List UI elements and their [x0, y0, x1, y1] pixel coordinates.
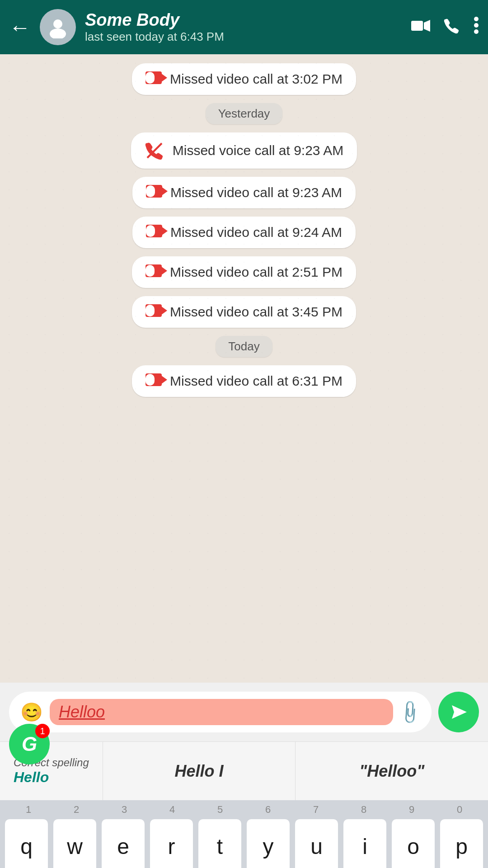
grammarly-logo: G	[22, 733, 37, 755]
call-text: Missed video call at 2:51 PM	[170, 264, 343, 280]
emoji-button[interactable]: 😊	[20, 702, 43, 723]
list-item: Missed video call at 2:51 PM	[132, 256, 356, 288]
list-item: Missed video call at 3:02 PM	[132, 63, 356, 95]
back-button[interactable]: ←	[9, 15, 31, 40]
num-0: 0	[437, 804, 482, 816]
message-input-area: 😊 Helloo 📎	[0, 683, 488, 741]
chat-header: ← Some Body last seen today at 6:43 PM	[0, 0, 488, 54]
call-text: Missed video call at 9:23 AM	[170, 185, 342, 200]
missed-video-icon	[145, 264, 162, 280]
key-q[interactable]: q	[5, 819, 48, 868]
missed-video-icon	[145, 71, 162, 87]
key-e[interactable]: e	[102, 819, 145, 868]
keyboard: 1 2 3 4 5 6 7 8 9 0 q w e r t y u i o p …	[0, 800, 488, 868]
num-9: 9	[389, 804, 434, 816]
svg-point-1	[50, 28, 66, 38]
list-item: Missed video call at 9:23 AM	[132, 177, 356, 208]
call-text: Missed voice call at 9:23 AM	[173, 143, 344, 158]
voice-call-button[interactable]	[444, 17, 460, 38]
key-w[interactable]: w	[53, 819, 96, 868]
send-button[interactable]	[438, 692, 479, 732]
video-call-button[interactable]	[411, 18, 430, 37]
key-t[interactable]: t	[198, 819, 241, 868]
grammarly-count: 1	[35, 724, 50, 738]
list-item: Missed video call at 3:45 PM	[132, 296, 356, 328]
suggestion-helloo-quoted[interactable]: "Helloo"	[296, 742, 488, 800]
call-text: Missed video call at 3:45 PM	[170, 304, 343, 320]
correct-spelling-value: Hello	[14, 769, 89, 786]
num-6: 6	[245, 804, 291, 816]
num-4: 4	[150, 804, 195, 816]
suggestion-hello-i[interactable]: Hello I	[103, 742, 296, 800]
num-5: 5	[197, 804, 243, 816]
key-u[interactable]: u	[295, 819, 338, 868]
svg-point-4	[474, 17, 479, 21]
key-r[interactable]: r	[150, 819, 193, 868]
missed-voice-icon	[145, 141, 164, 160]
key-row-1: q w e r t y u i o p	[0, 817, 488, 868]
message-input[interactable]: Helloo	[50, 699, 393, 725]
list-item: Missed video call at 9:24 AM	[132, 217, 356, 248]
date-divider: Yesterday	[206, 103, 283, 124]
contact-name: Some Body	[85, 10, 402, 30]
call-text: Missed video call at 9:24 AM	[170, 225, 342, 240]
contact-info: Some Body last seen today at 6:43 PM	[85, 10, 402, 44]
num-8: 8	[341, 804, 386, 816]
key-y[interactable]: y	[247, 819, 290, 868]
list-item: Missed video call at 6:31 PM	[132, 365, 356, 397]
missed-video-icon	[146, 225, 162, 240]
svg-marker-8	[452, 705, 467, 719]
key-p[interactable]: p	[440, 819, 483, 868]
num-7: 7	[293, 804, 338, 816]
num-3: 3	[102, 804, 147, 816]
more-options-button[interactable]	[474, 16, 479, 38]
autocorrect-bar: G 1 Correct spelling Hello Hello I "Hell…	[0, 741, 488, 800]
contact-status: last seen today at 6:43 PM	[85, 30, 402, 44]
missed-video-icon	[145, 304, 162, 320]
call-text: Missed video call at 3:02 PM	[170, 71, 343, 87]
missed-video-icon	[145, 373, 162, 389]
grammarly-badge[interactable]: G 1	[9, 724, 50, 764]
avatar-icon	[47, 16, 69, 38]
number-row: 1 2 3 4 5 6 7 8 9 0	[0, 800, 488, 817]
svg-rect-2	[411, 21, 423, 31]
missed-video-icon	[146, 185, 162, 200]
chat-messages: Missed video call at 3:02 PM Yesterday M…	[0, 54, 488, 683]
avatar	[40, 9, 76, 45]
svg-point-0	[53, 19, 62, 28]
attach-button[interactable]: 📎	[396, 698, 424, 726]
input-wrapper: 😊 Helloo 📎	[9, 692, 432, 732]
key-i[interactable]: i	[343, 819, 386, 868]
num-2: 2	[54, 804, 99, 816]
num-1: 1	[6, 804, 51, 816]
key-o[interactable]: o	[392, 819, 435, 868]
svg-point-5	[474, 23, 479, 28]
svg-point-6	[474, 29, 479, 34]
svg-marker-3	[424, 20, 430, 32]
header-actions	[411, 16, 479, 38]
call-text: Missed video call at 6:31 PM	[170, 373, 343, 389]
list-item: Missed voice call at 9:23 AM	[131, 132, 357, 169]
date-divider: Today	[216, 336, 272, 357]
